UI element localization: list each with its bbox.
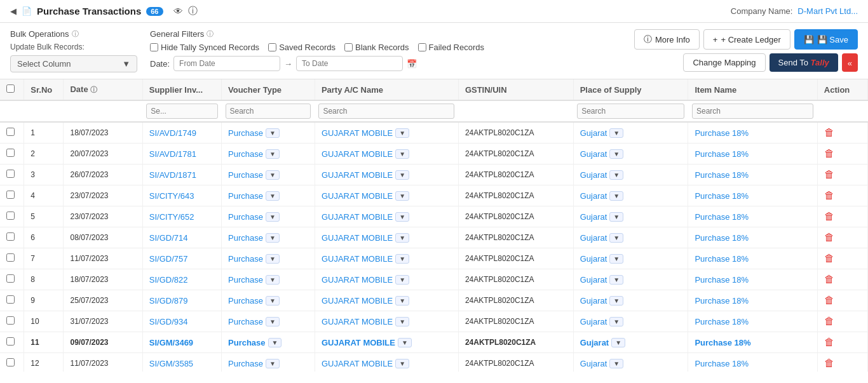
- supply-dropdown-arrow[interactable]: ▼: [609, 359, 623, 368]
- supply-dropdown-arrow[interactable]: ▼: [609, 233, 623, 243]
- company-name-link[interactable]: D-Mart Pvt Ltd...: [797, 6, 858, 16]
- back-button[interactable]: ◀: [10, 6, 17, 16]
- saved-records-filter[interactable]: Saved Records: [268, 43, 336, 52]
- item-name-link[interactable]: Purchase 18%: [695, 170, 749, 180]
- supply-link[interactable]: Gujarat: [580, 275, 607, 285]
- item-search-input[interactable]: [692, 104, 813, 119]
- voucher-type-link[interactable]: Purchase: [228, 170, 263, 180]
- change-mapping-button[interactable]: Change Mapping: [683, 53, 765, 72]
- supply-dropdown-arrow[interactable]: ▼: [609, 317, 623, 326]
- row-checkbox[interactable]: [6, 170, 15, 178]
- row-checkbox[interactable]: [6, 149, 15, 157]
- party-name-link[interactable]: GUJARAT MOBILE: [322, 317, 393, 326]
- item-name-link[interactable]: Purchase 18%: [695, 275, 749, 285]
- voucher-dropdown-arrow[interactable]: ▼: [266, 128, 280, 138]
- info-circle-icon[interactable]: ⓘ: [188, 5, 198, 17]
- party-name-link[interactable]: GUJARAT MOBILE: [322, 254, 393, 264]
- supply-dropdown-arrow[interactable]: ▼: [609, 212, 623, 222]
- supply-search-input[interactable]: [577, 104, 684, 119]
- supply-link[interactable]: Gujarat: [580, 254, 607, 264]
- item-name-link[interactable]: Purchase 18%: [695, 338, 750, 347]
- supplier-inv-link[interactable]: SI/CITY/652: [149, 212, 194, 222]
- supplier-inv-link[interactable]: SI/GD/934: [149, 317, 188, 326]
- party-name-link[interactable]: GUJARAT MOBILE: [322, 359, 393, 368]
- supplier-inv-link[interactable]: SI/GD/822: [149, 275, 188, 285]
- hide-tally-checkbox[interactable]: [150, 43, 158, 51]
- voucher-dropdown-arrow[interactable]: ▼: [268, 338, 282, 347]
- voucher-search-input[interactable]: [226, 104, 311, 119]
- item-name-link[interactable]: Purchase 18%: [695, 296, 749, 306]
- voucher-dropdown-arrow[interactable]: ▼: [266, 212, 280, 222]
- party-name-link[interactable]: GUJARAT MOBILE: [322, 170, 393, 180]
- supplier-inv-link[interactable]: SI/CITY/643: [149, 191, 194, 201]
- supplier-inv-link[interactable]: SI/AVD/1749: [149, 128, 196, 138]
- voucher-dropdown-arrow[interactable]: ▼: [266, 317, 280, 326]
- voucher-type-link[interactable]: Purchase: [228, 275, 263, 285]
- row-checkbox[interactable]: [6, 253, 15, 262]
- row-checkbox[interactable]: [6, 274, 15, 283]
- voucher-type-link[interactable]: Purchase: [228, 359, 263, 368]
- delete-row-button[interactable]: 🗑: [824, 211, 834, 222]
- party-dropdown-arrow[interactable]: ▼: [395, 212, 409, 222]
- delete-row-button[interactable]: 🗑: [824, 190, 834, 201]
- voucher-type-link[interactable]: Purchase: [228, 233, 263, 243]
- delete-row-button[interactable]: 🗑: [824, 358, 834, 369]
- delete-row-button[interactable]: 🗑: [824, 169, 834, 180]
- voucher-dropdown-arrow[interactable]: ▼: [266, 359, 280, 368]
- row-checkbox[interactable]: [6, 128, 15, 136]
- item-name-link[interactable]: Purchase 18%: [695, 254, 749, 264]
- party-dropdown-arrow[interactable]: ▼: [395, 128, 409, 138]
- party-name-link[interactable]: GUJARAT MOBILE: [322, 212, 393, 222]
- item-name-link[interactable]: Purchase 18%: [695, 191, 749, 201]
- supply-link[interactable]: Gujarat: [580, 191, 607, 201]
- more-info-button[interactable]: ⓘ More Info: [634, 29, 700, 50]
- party-name-link[interactable]: GUJARAT MOBILE: [322, 233, 393, 243]
- party-dropdown-arrow[interactable]: ▼: [395, 275, 409, 285]
- delete-row-button[interactable]: 🗑: [824, 316, 834, 327]
- voucher-dropdown-arrow[interactable]: ▼: [266, 191, 280, 201]
- supply-dropdown-arrow[interactable]: ▼: [609, 149, 623, 159]
- voucher-dropdown-arrow[interactable]: ▼: [266, 275, 280, 285]
- saved-records-checkbox[interactable]: [268, 43, 276, 51]
- supplier-inv-link[interactable]: SI/GD/714: [149, 233, 188, 243]
- voucher-type-link[interactable]: Purchase: [228, 149, 263, 159]
- eye-icon[interactable]: 👁: [173, 6, 183, 17]
- party-dropdown-arrow[interactable]: ▼: [395, 359, 409, 368]
- party-dropdown-arrow[interactable]: ▼: [395, 296, 409, 306]
- supply-link[interactable]: Gujarat: [580, 128, 607, 138]
- party-dropdown-arrow[interactable]: ▼: [395, 170, 409, 180]
- voucher-type-link[interactable]: Purchase: [228, 296, 263, 306]
- from-date-input[interactable]: [173, 56, 280, 71]
- row-checkbox[interactable]: [6, 337, 15, 346]
- supply-link[interactable]: Gujarat: [580, 170, 607, 180]
- hide-tally-filter[interactable]: Hide Tally Synced Records: [150, 43, 259, 52]
- save-button[interactable]: 💾 💾 Save: [794, 29, 858, 50]
- party-name-link[interactable]: GUJARAT MOBILE: [322, 296, 393, 306]
- delete-row-button[interactable]: 🗑: [824, 337, 834, 348]
- failed-records-filter[interactable]: Failed Records: [418, 43, 484, 52]
- delete-row-button[interactable]: 🗑: [824, 127, 834, 138]
- select-column-dropdown[interactable]: Select Column ▼: [10, 55, 137, 72]
- party-search-input[interactable]: [318, 104, 454, 119]
- supplier-inv-link[interactable]: SI/AVD/1781: [149, 149, 196, 159]
- voucher-type-link[interactable]: Purchase: [228, 191, 263, 201]
- supply-dropdown-arrow[interactable]: ▼: [611, 338, 625, 347]
- party-dropdown-arrow[interactable]: ▼: [395, 233, 409, 243]
- party-name-link[interactable]: GUJARAT MOBILE: [322, 128, 393, 138]
- delete-row-button[interactable]: 🗑: [824, 148, 834, 159]
- supply-link[interactable]: Gujarat: [580, 317, 607, 326]
- row-checkbox[interactable]: [6, 191, 15, 199]
- supplier-inv-link[interactable]: SI/GD/879: [149, 296, 188, 306]
- item-name-link[interactable]: Purchase 18%: [695, 149, 749, 159]
- failed-records-checkbox[interactable]: [418, 43, 426, 51]
- party-name-link[interactable]: GUJARAT MOBILE: [322, 149, 393, 159]
- supplier-search-input[interactable]: [146, 104, 217, 119]
- collapse-panel-button[interactable]: «: [842, 53, 858, 72]
- party-dropdown-arrow[interactable]: ▼: [395, 254, 409, 264]
- voucher-dropdown-arrow[interactable]: ▼: [266, 254, 280, 264]
- item-name-link[interactable]: Purchase 18%: [695, 128, 749, 138]
- party-dropdown-arrow[interactable]: ▼: [395, 317, 409, 326]
- blank-records-filter[interactable]: Blank Records: [344, 43, 409, 52]
- delete-row-button[interactable]: 🗑: [824, 253, 834, 264]
- supply-link[interactable]: Gujarat: [580, 233, 607, 243]
